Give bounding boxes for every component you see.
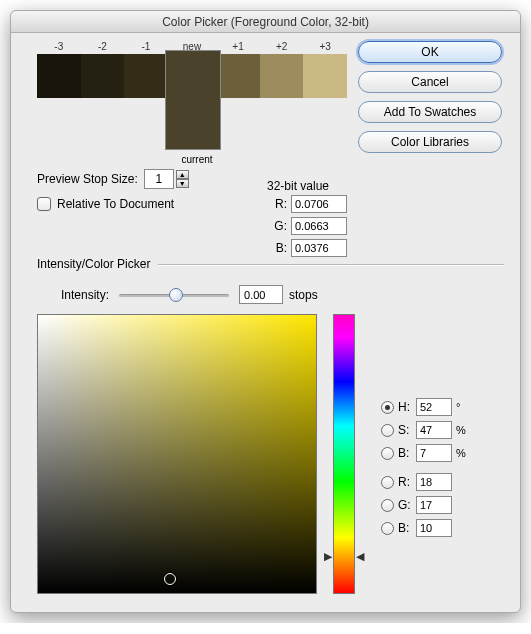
stop-label-m3: -3 [37, 41, 81, 52]
stop-label-m1: -1 [124, 41, 168, 52]
32bit-value-group: 32-bit value R: G: B: [267, 179, 347, 261]
stop-label-p2: +2 [260, 41, 304, 52]
s-input[interactable] [416, 421, 452, 439]
swatch-p1[interactable] [216, 54, 260, 98]
stop-label-p3: +3 [303, 41, 347, 52]
b2-label: B: [398, 521, 416, 535]
color-field[interactable] [37, 314, 317, 594]
32bit-g-input[interactable] [291, 217, 347, 235]
color-field-cursor-icon[interactable] [164, 573, 176, 585]
dialog-title: Color Picker (Foreground Color, 32-bit) [11, 11, 520, 33]
radio-h[interactable] [381, 401, 394, 414]
s-label: S: [398, 423, 416, 437]
color-picker-dialog: Color Picker (Foreground Color, 32-bit) … [10, 10, 521, 613]
swatch-new-current [165, 50, 221, 150]
32bit-title: 32-bit value [267, 179, 329, 193]
cancel-button[interactable]: Cancel [358, 71, 502, 93]
relative-label: Relative To Document [57, 197, 174, 211]
32bit-g-label: G: [267, 219, 287, 233]
radio-b[interactable] [381, 447, 394, 460]
intensity-slider[interactable] [119, 287, 229, 303]
stepper-up-icon[interactable]: ▲ [176, 170, 189, 179]
radio-g[interactable] [381, 499, 394, 512]
32bit-r-label: R: [267, 197, 287, 211]
color-libraries-button[interactable]: Color Libraries [358, 131, 502, 153]
intensity-input[interactable] [239, 285, 283, 304]
s-unit: % [456, 424, 468, 436]
color-values: H: ° S: % B: % [381, 398, 468, 594]
32bit-b-input[interactable] [291, 239, 347, 257]
r-input[interactable] [416, 473, 452, 491]
intensity-label: Intensity: [61, 288, 109, 302]
preview-stop-label: Preview Stop Size: [37, 172, 138, 186]
hue-arrow-right-icon: ◀ [356, 550, 364, 563]
h-label: H: [398, 400, 416, 414]
b-input[interactable] [416, 444, 452, 462]
radio-s[interactable] [381, 424, 394, 437]
swatch-current[interactable] [166, 100, 220, 149]
swatch-m2[interactable] [81, 54, 125, 98]
section-title: Intensity/Color Picker [37, 257, 150, 271]
preview-stop-input[interactable] [144, 169, 174, 189]
hue-arrow-left-icon: ▶ [324, 550, 332, 563]
hue-slider[interactable] [333, 314, 355, 594]
stepper-down-icon[interactable]: ▼ [176, 179, 189, 188]
intensity-unit: stops [289, 288, 318, 302]
b-label: B: [398, 446, 416, 460]
slider-thumb-icon[interactable] [169, 288, 183, 302]
h-unit: ° [456, 401, 468, 413]
swatch-new[interactable] [166, 51, 220, 100]
b-unit: % [456, 447, 468, 459]
divider [158, 264, 504, 265]
ok-button[interactable]: OK [358, 41, 502, 63]
current-label: current [37, 154, 357, 165]
relative-checkbox[interactable] [37, 197, 51, 211]
stop-label-m2: -2 [81, 41, 125, 52]
swatch-p2[interactable] [260, 54, 304, 98]
add-to-swatches-button[interactable]: Add To Swatches [358, 101, 502, 123]
swatch-p3[interactable] [303, 54, 347, 98]
r-label: R: [398, 475, 416, 489]
g-input[interactable] [416, 496, 452, 514]
stop-label-p1: +1 [216, 41, 260, 52]
radio-r[interactable] [381, 476, 394, 489]
h-input[interactable] [416, 398, 452, 416]
radio-b2[interactable] [381, 522, 394, 535]
b2-input[interactable] [416, 519, 452, 537]
32bit-r-input[interactable] [291, 195, 347, 213]
swatch-m1[interactable] [124, 54, 168, 98]
g-label: G: [398, 498, 416, 512]
swatch-m3[interactable] [37, 54, 81, 98]
32bit-b-label: B: [267, 241, 287, 255]
